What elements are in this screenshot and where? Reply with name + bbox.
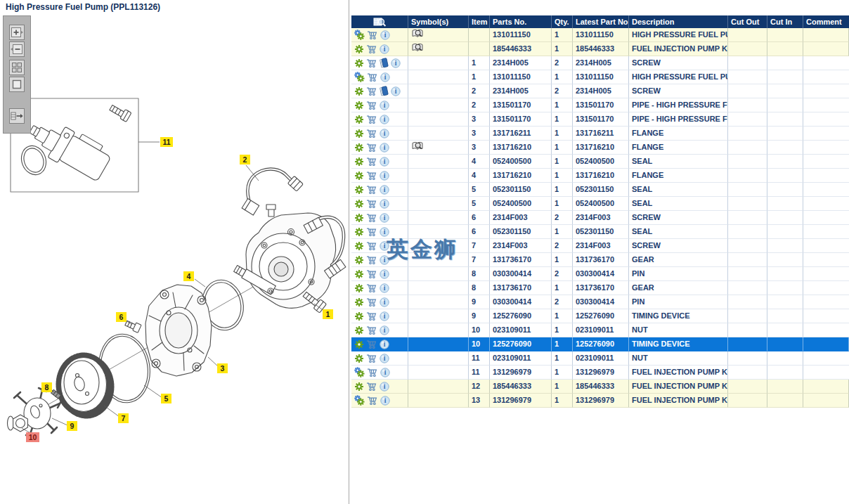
table-row[interactable]: i50524005001052400500SEAL — [351, 197, 849, 211]
applicability-gear-add-icon[interactable] — [354, 30, 365, 40]
table-row[interactable]: i40524005001052400500SEAL — [351, 155, 849, 169]
applicability-gear-add-icon[interactable] — [354, 367, 365, 377]
add-to-cart-icon[interactable] — [366, 143, 377, 153]
info-icon[interactable]: i — [380, 269, 389, 279]
table-row[interactable]: i12314H00522314H005SCREW — [351, 56, 849, 70]
info-icon[interactable]: i — [380, 382, 389, 392]
add-to-cart-icon[interactable] — [366, 297, 377, 307]
catalog-book-icon[interactable] — [380, 58, 389, 68]
add-to-cart-icon[interactable] — [367, 30, 378, 40]
zoom-in-button[interactable] — [9, 25, 25, 40]
info-icon[interactable]: i — [380, 129, 389, 138]
table-row[interactable]: i100231090111023109011NUT — [351, 323, 849, 337]
info-icon[interactable]: i — [380, 283, 389, 293]
table-row[interactable]: i21315011701131501170PIPE - HIGH PRESSUR… — [351, 98, 849, 112]
table-row[interactable]: i111312969791131296979FUEL INJECTION PUM… — [351, 366, 849, 380]
applicability-gear-icon[interactable] — [354, 241, 364, 251]
table-row[interactable]: i110231090111023109011NUT — [351, 351, 849, 366]
symbol-book-magnifier-icon[interactable] — [411, 42, 424, 53]
applicability-gear-icon[interactable] — [354, 311, 364, 321]
table-row[interactable]: i1310111501131011150HIGH PRESSURE FUEL P… — [351, 28, 849, 42]
applicability-gear-add-icon[interactable] — [354, 395, 365, 406]
info-icon[interactable]: i — [380, 171, 389, 181]
applicability-gear-icon[interactable] — [354, 86, 364, 96]
applicability-gear-icon[interactable] — [354, 157, 364, 167]
info-icon[interactable]: i — [380, 255, 389, 265]
info-icon[interactable]: i — [380, 368, 390, 377]
table-row[interactable]: i72314F00322314F003SCREW — [351, 239, 849, 253]
callout-6[interactable]: 6 — [116, 312, 132, 325]
applicability-gear-icon[interactable] — [354, 58, 364, 68]
info-icon[interactable]: i — [380, 340, 389, 349]
info-icon[interactable]: i — [380, 185, 389, 195]
info-icon[interactable]: i — [380, 72, 390, 82]
table-row[interactable]: i131312969791131296979FUEL INJECTION PUM… — [351, 394, 849, 408]
applicability-gear-icon[interactable] — [354, 44, 364, 54]
add-to-cart-icon[interactable] — [366, 311, 377, 321]
table-row[interactable]: i71317361701131736170GEAR — [351, 253, 849, 267]
info-icon[interactable]: i — [380, 199, 389, 209]
table-row[interactable]: i31317162111131716211FLANGE — [351, 127, 849, 141]
tile-view-button[interactable] — [9, 60, 25, 75]
callout-7[interactable]: 7 — [104, 406, 129, 423]
applicability-gear-icon[interactable] — [354, 129, 364, 138]
add-to-cart-icon[interactable] — [366, 269, 377, 279]
applicability-gear-icon[interactable] — [354, 185, 364, 195]
table-row[interactable]: i62314F00322314F003SCREW — [351, 211, 849, 225]
catalog-book-icon[interactable] — [380, 86, 389, 96]
applicability-gear-icon[interactable] — [354, 325, 364, 335]
applicability-gear-icon[interactable] — [354, 255, 364, 265]
add-to-cart-icon[interactable] — [366, 44, 377, 54]
add-to-cart-icon[interactable] — [366, 86, 377, 96]
info-icon[interactable]: i — [380, 143, 389, 153]
applicability-gear-add-icon[interactable] — [354, 72, 365, 82]
add-to-cart-icon[interactable] — [366, 213, 377, 223]
info-icon[interactable]: i — [391, 58, 401, 68]
callout-2[interactable]: 2 — [240, 155, 259, 181]
table-row[interactable]: i60523011501052301150SEAL — [351, 225, 849, 239]
info-icon[interactable]: i — [380, 241, 389, 251]
info-icon[interactable]: i — [380, 297, 389, 307]
table-row[interactable]: i90303004142030300414PIN — [351, 295, 849, 309]
table-row[interactable]: i50523011501052301150SEAL — [351, 183, 849, 197]
add-to-cart-icon[interactable] — [366, 283, 377, 293]
add-to-cart-icon[interactable] — [366, 171, 377, 181]
info-icon[interactable]: i — [380, 311, 389, 321]
table-search-icon[interactable] — [372, 16, 387, 27]
add-to-cart-icon[interactable] — [366, 129, 377, 138]
info-icon[interactable]: i — [380, 44, 389, 54]
add-to-cart-icon[interactable] — [366, 227, 377, 237]
add-to-cart-icon[interactable] — [367, 368, 378, 377]
applicability-gear-icon[interactable] — [354, 297, 364, 307]
add-to-cart-icon[interactable] — [366, 157, 377, 167]
table-row[interactable]: i31315011701131501170PIPE - HIGH PRESSUR… — [351, 112, 849, 127]
applicability-gear-icon[interactable] — [354, 382, 364, 392]
add-to-cart-icon[interactable] — [366, 382, 377, 392]
info-icon[interactable]: i — [380, 101, 389, 110]
zoom-out-button[interactable] — [9, 41, 25, 57]
add-to-cart-icon[interactable] — [366, 115, 377, 124]
callout-3[interactable]: 3 — [208, 357, 228, 373]
add-to-cart-icon[interactable] — [366, 354, 377, 363]
add-to-cart-icon[interactable] — [366, 101, 377, 110]
info-icon[interactable]: i — [380, 227, 389, 237]
applicability-gear-icon[interactable] — [354, 171, 364, 181]
add-to-cart-icon[interactable] — [366, 185, 377, 195]
table-row[interactable]: i31317162101131716210FLANGE — [351, 141, 849, 155]
symbol-book-magnifier-icon[interactable] — [411, 141, 424, 152]
add-to-cart-icon[interactable] — [367, 72, 378, 82]
table-row-selected[interactable]: i101252760901125276090TIMING DEVICE — [351, 337, 849, 351]
add-to-cart-icon[interactable] — [366, 58, 377, 68]
info-icon[interactable]: i — [380, 115, 389, 124]
callout-5[interactable]: 5 — [144, 385, 171, 403]
table-row[interactable]: i81317361701131736170GEAR — [351, 281, 849, 295]
info-icon[interactable]: i — [391, 86, 401, 96]
applicability-gear-icon[interactable] — [354, 143, 364, 153]
add-to-cart-icon[interactable] — [366, 241, 377, 251]
add-to-cart-icon[interactable] — [366, 255, 377, 265]
single-view-button[interactable] — [9, 77, 25, 92]
info-icon[interactable]: i — [380, 325, 389, 335]
info-icon[interactable]: i — [380, 30, 390, 40]
add-to-cart-icon[interactable] — [366, 325, 377, 335]
applicability-gear-icon[interactable] — [354, 213, 364, 223]
